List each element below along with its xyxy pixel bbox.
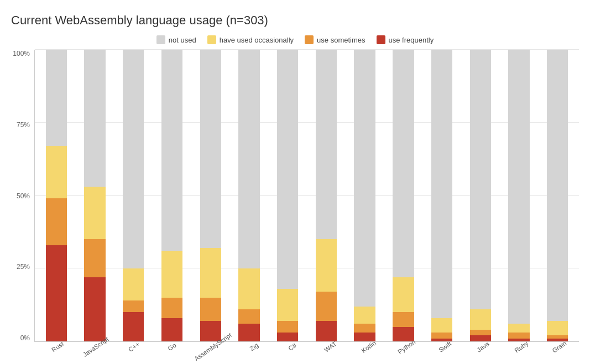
x-axis: RustJavaScriptC++GoAssemblyScriptZigC#WA… — [34, 342, 579, 358]
bar-stack — [508, 50, 529, 341]
bar-segment-notUsed — [354, 50, 375, 307]
x-axis-label: Kotlin — [348, 342, 386, 358]
bar-segment-notUsed — [316, 50, 337, 239]
y-axis-label: 0% — [20, 334, 30, 342]
bar-group — [230, 50, 269, 341]
legend-item: not used — [156, 35, 196, 44]
y-axis-label: 25% — [17, 263, 30, 271]
legend: not usedhave used occasionallyuse someti… — [11, 35, 579, 44]
bar-group — [538, 50, 577, 341]
bar-group — [76, 50, 114, 341]
bar-segment-frequently — [470, 335, 491, 341]
x-axis-label: JavaScript — [75, 342, 113, 358]
y-axis-label: 75% — [17, 121, 30, 129]
bar-segment-notUsed — [200, 50, 221, 248]
bar-stack — [470, 50, 491, 341]
x-axis-label: Python — [386, 342, 424, 358]
chart-title: Current WebAssembly language usage (n=30… — [11, 13, 579, 28]
bar-group — [461, 50, 500, 341]
y-axis: 0%25%50%75%100% — [11, 50, 34, 358]
bar-segment-sometimes — [46, 198, 67, 245]
bar-group — [191, 50, 230, 341]
bar-segment-occasionally — [238, 268, 259, 309]
bar-segment-sometimes — [316, 292, 337, 321]
x-axis-label: WAT — [310, 342, 348, 358]
bar-segment-sometimes — [161, 298, 182, 318]
bar-group — [268, 50, 307, 341]
bar-segment-frequently — [277, 333, 298, 341]
bar-segment-notUsed — [277, 50, 298, 289]
bar-segment-occasionally — [277, 289, 298, 321]
bar-segment-notUsed — [470, 50, 491, 309]
bar-segment-occasionally — [470, 309, 491, 330]
bar-segment-sometimes — [431, 333, 452, 339]
bar-segment-occasionally — [393, 277, 414, 312]
bar-stack — [277, 50, 298, 341]
bar-segment-occasionally — [547, 321, 568, 335]
bar-segment-sometimes — [238, 309, 259, 324]
bar-segment-sometimes — [84, 239, 105, 277]
bar-group — [307, 50, 346, 341]
bar-segment-notUsed — [238, 50, 259, 268]
bar-segment-sometimes — [354, 324, 375, 333]
bar-segment-occasionally — [200, 248, 221, 298]
bar-segment-notUsed — [431, 50, 452, 318]
bar-stack — [431, 50, 452, 341]
bar-stack — [200, 50, 221, 341]
x-axis-label: C++ — [113, 342, 151, 358]
bar-segment-sometimes — [508, 333, 529, 339]
bar-group — [153, 50, 191, 341]
bar-segment-notUsed — [46, 50, 67, 146]
y-axis-label: 100% — [13, 50, 30, 57]
bar-segment-frequently — [123, 312, 144, 341]
bar-segment-frequently — [161, 318, 182, 341]
bar-segment-notUsed — [161, 50, 182, 251]
bar-segment-sometimes — [200, 298, 221, 321]
bar-segment-frequently — [316, 321, 337, 341]
x-axis-label: Ruby — [500, 342, 539, 358]
bar-segment-sometimes — [470, 330, 491, 336]
bar-segment-frequently — [46, 245, 67, 341]
legend-label: have used occasionally — [220, 36, 294, 44]
bar-segment-occasionally — [354, 307, 375, 324]
legend-label: use frequently — [389, 36, 434, 44]
bar-segment-sometimes — [393, 312, 414, 326]
legend-label: use sometimes — [317, 36, 365, 44]
x-axis-label: C# — [271, 342, 310, 358]
bar-stack — [161, 50, 182, 341]
bars-and-x: RustJavaScriptC++GoAssemblyScriptZigC#WA… — [34, 50, 579, 358]
bar-segment-frequently — [200, 321, 221, 341]
legend-swatch — [377, 35, 385, 44]
x-axis-label: Grain — [539, 342, 577, 358]
bar-stack — [123, 50, 144, 341]
x-axis-label: Swift — [424, 342, 462, 358]
legend-label: not used — [169, 36, 196, 44]
bar-segment-occasionally — [161, 251, 182, 297]
legend-item: use frequently — [377, 35, 434, 44]
x-labels: RustJavaScriptC++GoAssemblyScriptZigC#WA… — [34, 342, 579, 358]
bar-segment-frequently — [238, 324, 259, 341]
bar-stack — [354, 50, 375, 341]
legend-swatch — [156, 35, 165, 44]
bar-group — [500, 50, 539, 341]
bar-group — [114, 50, 153, 341]
legend-item: use sometimes — [305, 35, 365, 44]
bar-group — [346, 50, 384, 341]
legend-swatch — [305, 35, 314, 44]
bar-segment-occasionally — [431, 318, 452, 333]
chart-area: 0%25%50%75%100% RustJavaScriptC++GoAssem… — [11, 50, 579, 358]
bars-container — [34, 50, 579, 342]
bar-stack — [46, 50, 67, 341]
x-axis-label: Java — [462, 342, 500, 358]
legend-item: have used occasionally — [207, 35, 294, 44]
bar-stack — [84, 50, 105, 341]
bar-segment-notUsed — [547, 50, 568, 321]
bar-stack — [547, 50, 568, 341]
legend-swatch — [207, 35, 216, 44]
x-axis-label: AssemblyScript — [189, 342, 233, 358]
bar-segment-occasionally — [46, 146, 67, 198]
bar-segment-notUsed — [84, 50, 105, 187]
bar-group — [37, 50, 76, 341]
bar-segment-occasionally — [316, 239, 337, 292]
bar-segment-notUsed — [508, 50, 529, 324]
